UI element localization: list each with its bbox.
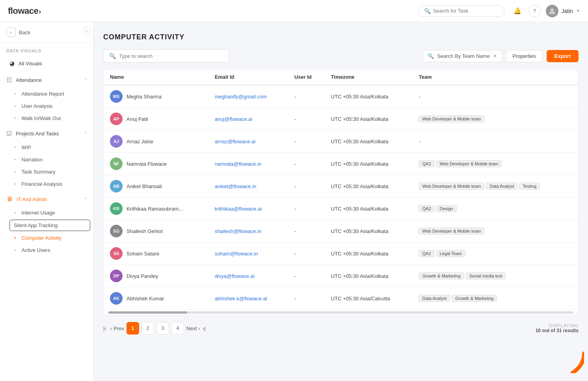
walkinout-label: Walk In/Walk Out (22, 115, 61, 121)
silent-app-tracking-label: Slient App Tracking (14, 222, 58, 228)
cell-userid: - (288, 198, 325, 220)
page-btn-4[interactable]: 4 (171, 322, 184, 335)
col-userid: User Id (288, 69, 325, 85)
table-search-icon: 🔍 (109, 53, 116, 59)
team-search-label: Search By Team Name (437, 53, 489, 59)
toolbar: 🔍 🔍 Search By Team Name ▼ Properties Exp… (103, 49, 579, 63)
global-search-input[interactable] (433, 8, 496, 14)
sidebar-group-projects-label: Projects And Tasks (16, 131, 59, 137)
cell-timezone: UTC +05:30 Asia/Calcutta (325, 287, 413, 310)
sidebar-item-silent-app-tracking[interactable]: Slient App Tracking (9, 220, 90, 231)
cell-email: anuj@flowace.ai (208, 108, 288, 130)
export-button[interactable]: Export (547, 50, 579, 62)
prev-page-btn[interactable]: ‹ Prev (110, 326, 124, 331)
user-name-cell: Aniket Bhansali (127, 183, 162, 189)
attendance-report-label: Attendance Report (22, 91, 64, 97)
back-label: Back (19, 30, 30, 35)
sidebar-item-financial-analysis[interactable]: Financial Analysis (0, 178, 93, 190)
sidebar-item-attendance-report[interactable]: Attendance Report (0, 88, 93, 100)
cell-team: Growth & MarketingSocial media test (412, 265, 578, 287)
sidebar-group-attendance-header[interactable]: ☷ Attendance ⌃ (0, 72, 93, 88)
cell-timezone: UTC +05:30 Asia/Kolkata (325, 198, 413, 220)
toolbar-right: 🔍 Search By Team Name ▼ Properties Expor… (422, 50, 579, 62)
table-row: SGShailesh Gehlotshailesh@flowace.in-UTC… (104, 220, 578, 242)
page-btn-3[interactable]: 3 (156, 322, 169, 335)
sidebar-item-all-visuals[interactable]: ◕ All Visuals (3, 56, 90, 71)
task-summary-label: Task Summary (22, 169, 56, 175)
logo-ace: ace (24, 6, 38, 16)
scrollbar[interactable] (108, 311, 573, 314)
sidebar-item-computer-activity[interactable]: Computer Activity (0, 232, 93, 244)
cell-team: Web Developer & Mobile team (412, 108, 578, 130)
avatar: AB (110, 180, 123, 192)
cell-email: aniket@flowace.in (208, 175, 288, 198)
sidebar-item-internet-usage[interactable]: Internet Usage (0, 207, 93, 219)
sidebar-item-active-users[interactable]: Active Users (0, 244, 93, 256)
cell-name: NFNamrata Flowace (104, 153, 208, 175)
sidebar-item-user-analysis[interactable]: User Analysis (0, 100, 93, 112)
page-btn-2[interactable]: 2 (141, 322, 154, 335)
cell-userid: - (288, 220, 325, 242)
cell-team: Data AnalystGrowth & Marketing (412, 287, 578, 310)
logo-flow: flow (8, 6, 24, 16)
team-tag: Web Developer & Mobile team (419, 227, 484, 235)
help-icon[interactable]: ? (528, 5, 541, 17)
avatar (546, 5, 558, 17)
attendance-subitems: Attendance Report User Analysis Walk In/… (0, 88, 93, 124)
sidebar-item-narration[interactable]: Narration (0, 154, 93, 166)
col-team: Team (412, 69, 578, 85)
cell-userid: - (288, 265, 325, 287)
sidebar-back-btn[interactable]: ‹ Back (0, 22, 93, 43)
top-bar: flowace› 🔍 🔔 ? Jatin ▼ (0, 0, 588, 22)
cell-timezone: UTC +05:30 Asia/Kolkata (325, 175, 413, 198)
notification-icon[interactable]: 🔔 (511, 5, 524, 17)
user-name-cell: Krithikaa Ramasubram... (127, 206, 183, 212)
col-timezone: Timezone (325, 69, 413, 85)
page-btn-1[interactable]: 1 (127, 322, 139, 335)
wip-label: WIP (22, 144, 32, 150)
sidebar-item-walkinout[interactable]: Walk In/Walk Out (0, 112, 93, 124)
team-tag: Testing (519, 183, 540, 190)
sidebar-group-itadmin-label: IT And Admin (17, 196, 47, 202)
user-name-cell: Abhishek Kumar (127, 296, 164, 301)
sidebar-group-projects-header[interactable]: ☑ Projects And Tasks ⌃ (0, 126, 93, 141)
data-table: Name Email Id User Id Timezone Team MSMe… (103, 69, 579, 316)
count-text: 10 out of 31 results (536, 328, 579, 333)
sidebar-item-wip[interactable]: WIP (0, 141, 93, 154)
last-page-btn[interactable]: ›| (203, 326, 206, 331)
avatar: MS (110, 90, 123, 103)
displaying-text: DISPLAYING 10 out of 31 results (536, 323, 579, 333)
sidebar-collapse-btn[interactable]: ‹ (83, 27, 91, 35)
table-row: ABAniket Bhansalianiket@flowace.in-UTC +… (104, 175, 578, 198)
back-icon: ‹ (6, 28, 16, 37)
user-area[interactable]: Jatin ▼ (546, 5, 580, 17)
active-users-label: Active Users (22, 247, 50, 253)
next-page-btn[interactable]: Next › (186, 326, 200, 331)
sidebar-group-itadmin-header[interactable]: 🖥 IT And Admin ⌃ (0, 192, 93, 207)
cell-team: - (412, 85, 578, 108)
pagination-controls: |‹ ‹ Prev 1 2 3 4 (103, 322, 206, 335)
user-name-cell: Namrata Flowace (127, 161, 167, 167)
team-tag: Web Developer & Mobile team (419, 115, 484, 122)
main-content: COMPUTER ACTIVITY 🔍 🔍 Search By Team Nam… (94, 22, 588, 381)
team-tag: Data Analyst (486, 183, 517, 190)
table-search-input[interactable] (119, 53, 221, 59)
cell-name: SSSoham Satare (104, 242, 208, 265)
cell-name: ABAniket Bhansali (104, 175, 208, 198)
sidebar-group-projects: ☑ Projects And Tasks ⌃ WIP Narration Tas… (0, 126, 93, 190)
first-page-btn[interactable]: |‹ (103, 326, 106, 331)
user-name-cell: Shailesh Gehlot (127, 228, 163, 234)
user-name-cell: Megha Sharma (127, 94, 162, 100)
team-tag: Web Developer & Mobile team (436, 160, 502, 167)
sidebar-item-task-summary[interactable]: Task Summary (0, 166, 93, 178)
col-email: Email Id (208, 69, 288, 85)
svg-point-0 (551, 8, 554, 11)
table-search[interactable]: 🔍 (103, 49, 229, 63)
cell-name: AJArnaz Jalse (104, 130, 208, 153)
properties-button[interactable]: Properties (506, 50, 543, 62)
itadmin-subitems: Internet Usage Slient App Tracking Compu… (0, 207, 93, 256)
team-search-dropdown[interactable]: 🔍 Search By Team Name ▼ (422, 50, 502, 62)
chevron-down-icon: ▼ (576, 9, 580, 13)
cell-userid: - (288, 287, 325, 310)
global-search[interactable]: 🔍 (418, 5, 505, 17)
